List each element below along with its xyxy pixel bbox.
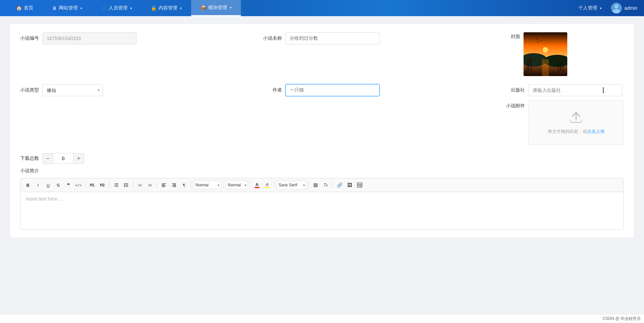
novel-id-label: 小说编号 xyxy=(20,35,39,41)
bg-color-icon: A xyxy=(266,182,269,187)
bullet-list-button[interactable] xyxy=(121,180,131,190)
align-right-button[interactable] xyxy=(169,180,179,190)
font-family-select[interactable]: Sans Serif Serif Monospace xyxy=(276,181,307,189)
separator-3 xyxy=(133,182,133,188)
indent-button[interactable]: ¶ xyxy=(179,180,189,190)
subscript-button[interactable]: x2 xyxy=(135,180,145,190)
nav-user-label: 人员管理 xyxy=(109,5,128,11)
nav-home[interactable]: 🏠 首页 xyxy=(7,0,43,16)
form-section: 小说编号 小说名称 封面 xyxy=(10,24,634,238)
h1-button[interactable]: H1 xyxy=(87,180,97,190)
bg-color-bar xyxy=(265,187,270,188)
author-input[interactable] xyxy=(285,84,380,96)
increment-button[interactable]: + xyxy=(73,153,84,164)
ordered-list-button[interactable]: 123 xyxy=(111,180,121,190)
row-type-author: 小说类型 修仙 玄幻 都市 穿越 ▾ 作者 出版社 xyxy=(20,84,624,145)
nav-site-label: 网站管理 xyxy=(59,5,78,11)
publisher-row: 出版社 xyxy=(506,84,624,96)
content-icon: 🔒 xyxy=(151,5,156,11)
chevron-down-icon: ▾ xyxy=(130,6,132,10)
count-input[interactable] xyxy=(53,153,73,164)
novel-name-input[interactable] xyxy=(285,32,380,44)
editor-placeholder: Insert text here ... xyxy=(26,196,63,202)
font-color-icon: A xyxy=(255,182,258,187)
field-novel-id: 小说编号 xyxy=(20,32,250,44)
size-select[interactable]: Normal Small Large xyxy=(225,181,248,189)
strikethrough-button[interactable]: S xyxy=(53,180,63,190)
user-icon: 👤 xyxy=(101,5,107,11)
cover-section: 封面 xyxy=(506,32,624,76)
h2-button[interactable]: H2 xyxy=(98,180,107,190)
nav-module-label: 模块管理 xyxy=(208,5,227,11)
nav-content-mgmt[interactable]: 🔒 内容管理 ▾ xyxy=(141,0,191,16)
nav-module-mgmt[interactable]: 📦 模块管理 ▾ xyxy=(191,0,241,16)
username-label: admin xyxy=(624,5,637,11)
author-label: 作者 xyxy=(263,87,282,93)
separator-8 xyxy=(274,182,274,188)
svg-rect-8 xyxy=(542,59,549,76)
svg-point-19 xyxy=(562,58,563,62)
table-button[interactable] xyxy=(355,180,364,190)
superscript-button[interactable]: x2 xyxy=(145,180,155,190)
upload-link[interactable]: 点击上传 xyxy=(587,129,605,134)
svg-point-32 xyxy=(124,186,125,187)
align-all-button[interactable] xyxy=(311,180,320,190)
bg-color-button[interactable]: A xyxy=(262,180,272,190)
nav-content-label: 内容管理 xyxy=(158,5,177,11)
svg-point-20 xyxy=(558,59,559,63)
separator-2 xyxy=(109,182,109,188)
editor-body[interactable]: Insert text here ... xyxy=(21,192,623,229)
separator-9 xyxy=(309,182,309,188)
svg-point-17 xyxy=(527,59,528,63)
italic-button[interactable]: I xyxy=(33,180,43,190)
field-novel-name: 小说名称 xyxy=(263,32,493,44)
font-color-button[interactable]: A xyxy=(252,180,262,190)
svg-text:3: 3 xyxy=(114,185,115,187)
cover-label: 封面 xyxy=(506,32,520,40)
separator-4 xyxy=(157,182,157,188)
size-select-wrapper: Normal Small Large xyxy=(225,181,248,189)
avatar-image xyxy=(611,3,622,13)
bold-button[interactable]: B xyxy=(23,180,33,190)
attachment-row: 小说附件 将文件拖到此处，或点击上传 xyxy=(506,100,624,145)
align-left-button[interactable] xyxy=(159,180,169,190)
clear-format-button[interactable]: Tx xyxy=(321,180,330,190)
download-label: 下载总数 xyxy=(20,155,39,162)
module-icon: 📦 xyxy=(201,5,206,10)
separator-6 xyxy=(223,182,223,188)
svg-point-31 xyxy=(124,185,125,186)
svg-point-15 xyxy=(529,57,531,62)
svg-point-1 xyxy=(614,4,618,8)
nav-user-mgmt[interactable]: 👤 人员管理 ▾ xyxy=(92,0,141,16)
chevron-down-icon: ▾ xyxy=(180,6,182,10)
novel-id-input[interactable] xyxy=(42,32,137,44)
novel-name-label: 小说名称 xyxy=(263,35,282,41)
link-button[interactable]: 🔗 xyxy=(335,180,344,190)
field-novel-type: 小说类型 修仙 玄幻 都市 穿越 ▾ xyxy=(20,84,250,96)
right-column: 出版社 小说附件 xyxy=(506,84,624,145)
editor-container: B I U S ❝ </> H1 H2 123 xyxy=(20,178,624,229)
user-profile[interactable]: admin xyxy=(611,3,637,13)
cover-svg xyxy=(524,32,567,76)
image-button[interactable]: 🖼 xyxy=(345,180,354,190)
avatar xyxy=(611,3,622,13)
upload-text: 将文件拖到此处，或 xyxy=(548,129,587,134)
cover-image[interactable] xyxy=(524,32,567,76)
blockquote-button[interactable]: ❝ xyxy=(64,180,73,190)
decrement-button[interactable]: − xyxy=(42,153,53,164)
separator-5 xyxy=(191,182,191,188)
heading-select[interactable]: Normal Heading 1 Heading 2 xyxy=(193,181,221,189)
novel-type-select-wrapper: 修仙 玄幻 都市 穿越 ▾ xyxy=(42,84,103,96)
novel-type-label: 小说类型 xyxy=(20,87,39,93)
publisher-input[interactable] xyxy=(528,84,622,96)
nav-personal-mgmt[interactable]: 个人管理 ▾ xyxy=(569,0,611,16)
upload-area[interactable]: 将文件拖到此处，或点击上传 xyxy=(528,100,624,145)
upload-instruction: 将文件拖到此处，或点击上传 xyxy=(548,129,605,135)
underline-button[interactable]: U xyxy=(43,180,53,190)
code-button[interactable]: </> xyxy=(74,180,83,190)
nav-site-mgmt[interactable]: 🖥 网站管理 ▾ xyxy=(43,0,92,16)
novel-type-select[interactable]: 修仙 玄幻 都市 穿越 xyxy=(42,84,103,96)
main-content: 小说编号 小说名称 封面 xyxy=(0,16,644,323)
nav-home-label: 首页 xyxy=(24,5,33,11)
svg-point-18 xyxy=(559,57,561,62)
